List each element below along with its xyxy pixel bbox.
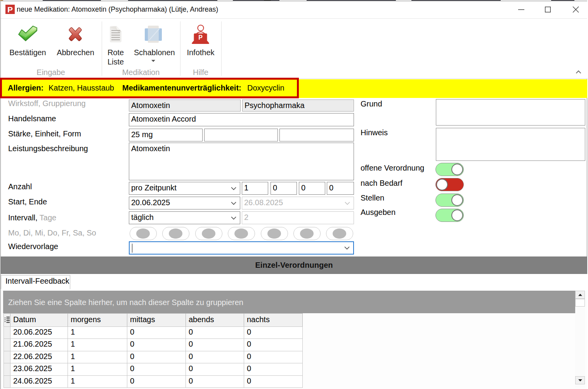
svg-text:P: P (198, 34, 203, 41)
